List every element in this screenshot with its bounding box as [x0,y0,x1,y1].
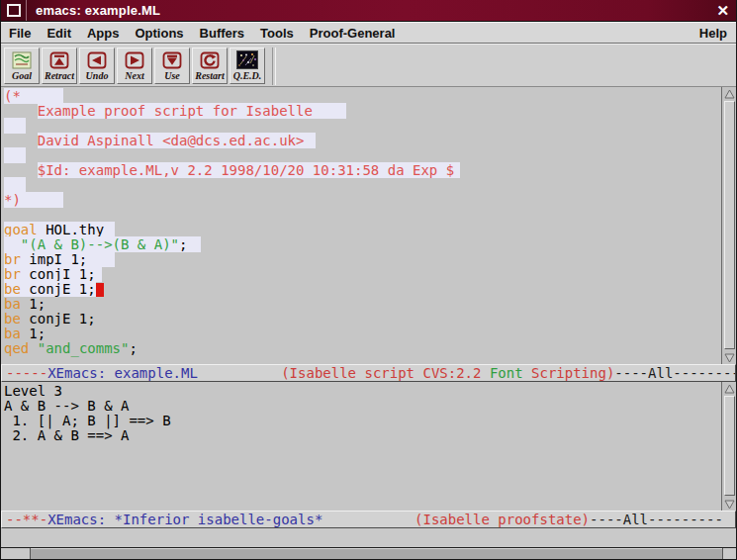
code-line: David Aspinall <da@dcs.ed.ac.uk> [4,134,718,148]
code-line: ba 1; [4,297,718,312]
scrollbar-thumb[interactable] [724,101,735,349]
script-buffer-text: (* Example proof script for Isabelle Dav… [1,87,736,356]
goal-icon [12,49,32,70]
scrollbar-thumb[interactable] [724,396,735,496]
code-line: "(A & B)-->(B & A)"; [4,237,718,252]
undo-button-label: Undo [86,70,109,81]
use-icon [162,49,182,70]
horizontal-scrollbar[interactable] [1,547,736,560]
window-menu-icon [7,4,21,17]
goals-line: 1. [| A; B |] ==> B [4,414,718,428]
code-line: *) [4,193,718,208]
toolbar: Goal Retract Undo [1,44,736,87]
undo-button[interactable]: Undo [79,47,115,84]
menu-tools[interactable]: Tools [252,23,302,43]
restart-button[interactable]: Restart [192,47,228,84]
code-line [4,148,718,163]
script-scrollbar[interactable] [721,87,736,364]
code-line: $Id: example.ML,v 2.2 1998/10/20 10:31:5… [4,163,718,178]
goal-button[interactable]: Goal [4,47,40,84]
goals-line: A & B --> B & A [4,399,718,414]
toolbar-separator [272,47,276,85]
retract-button-label: Retract [45,70,74,81]
window-title: emacs: example.ML [27,3,709,18]
use-button-label: Use [164,70,180,81]
code-line [4,208,718,223]
scroll-down-icon[interactable] [722,351,736,364]
retract-button[interactable]: Retract [42,47,77,84]
code-line: ba 1; [4,327,718,341]
undo-icon [87,49,107,70]
code-line: qed "and_comms"; [4,341,718,356]
code-line: goal HOL.thy [4,223,718,237]
xemacs-window: emacs: example.ML ✕ File Edit Apps Optio… [0,0,737,560]
menu-buffers[interactable]: Buffers [192,23,253,43]
next-button-label: Next [125,70,143,81]
goals-buffer-text: Level 3A & B --> B & A 1. [| A; B |] ==>… [1,382,736,443]
goals-buffer[interactable]: Level 3A & B --> B & A 1. [| A; B |] ==>… [1,382,736,511]
minibuffer[interactable] [1,528,736,547]
retract-icon [49,49,69,70]
code-line: be conjE 1; [4,312,718,327]
script-buffer[interactable]: (* Example proof script for Isabelle Dav… [1,87,736,364]
goal-button-label: Goal [12,70,32,81]
hscroll-thumb[interactable] [31,548,722,560]
code-line: (* [4,89,718,104]
use-button[interactable]: Use [154,47,190,84]
restart-icon [200,49,220,70]
titlebar: emacs: example.ML ✕ [1,0,736,22]
code-line: br conjI 1; [4,267,718,282]
hscroll-left-box[interactable] [1,548,31,560]
menu-help[interactable]: Help [691,23,736,43]
code-line: be conjE 1; [4,282,718,297]
code-line [4,178,718,193]
goals-line: 2. A & B ==> A [4,428,718,443]
next-icon [125,49,144,70]
code-line: Example proof script for Isabelle [4,104,718,119]
restart-button-label: Restart [195,70,224,81]
hscroll-right-box[interactable] [722,548,736,560]
code-line [4,119,718,134]
scroll-up-icon[interactable] [722,87,736,100]
menu-apps[interactable]: Apps [79,23,128,43]
qed-button[interactable]: Q.E.D. [230,47,265,84]
code-line: br impI 1; [4,252,718,267]
text-cursor [96,283,104,297]
scroll-down-icon[interactable] [722,498,736,511]
window-menu-button[interactable] [1,0,27,21]
scroll-up-icon[interactable] [722,382,736,395]
next-button[interactable]: Next [117,47,152,84]
menu-options[interactable]: Options [127,23,191,43]
modeline-goals: --**-XEmacs: *Inferior isabelle-goals* (… [1,511,736,528]
goals-scrollbar[interactable] [721,382,736,511]
menubar: File Edit Apps Options Buffers Tools Pro… [1,22,736,44]
menu-proof-general[interactable]: Proof-General [302,23,404,43]
menu-edit[interactable]: Edit [39,23,79,43]
modeline-script: -----XEmacs: example.ML (Isabelle script… [1,364,736,382]
qed-button-label: Q.E.D. [233,70,262,81]
goals-line: Level 3 [4,384,718,399]
menu-file[interactable]: File [1,23,39,43]
close-button[interactable]: ✕ [709,2,736,20]
qed-icon [236,49,258,70]
